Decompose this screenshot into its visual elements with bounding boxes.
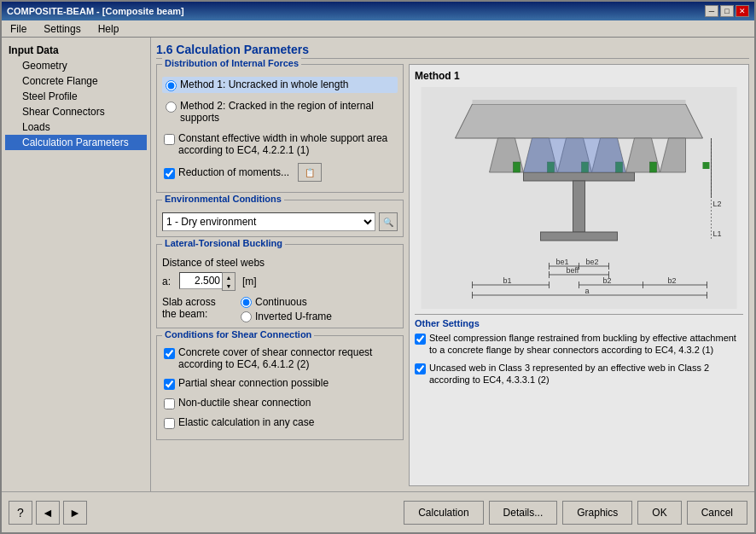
slab-uframe-radio[interactable] (241, 311, 252, 322)
slab-label: Slab across the beam: (162, 296, 230, 320)
menu-bar: File Settings Help (2, 20, 754, 38)
svg-text:b2: b2 (668, 276, 677, 285)
slab-continuous-radio[interactable] (241, 297, 252, 308)
composite-beam-diagram: be1 be2 beff (415, 87, 743, 309)
title-bar: COMPOSITE-BEAM - [Composite beam] ─ □ ✕ (2, 2, 754, 20)
diagram-area: be1 be2 beff (415, 87, 743, 309)
spin-up-button[interactable]: ▲ (223, 273, 235, 282)
constant-width-checkbox[interactable] (164, 134, 175, 145)
reduction-moments-checkbox[interactable] (164, 168, 175, 179)
sidebar: Input Data Geometry Concrete Flange Stee… (2, 38, 151, 491)
svg-rect-16 (650, 162, 657, 172)
shear-cb2-label: Partial shear connection possible (178, 377, 329, 389)
maximize-button[interactable]: □ (720, 5, 734, 17)
sidebar-item-steel-profile[interactable]: Steel Profile (5, 89, 147, 104)
shear-cb2-item: Partial shear connection possible (162, 375, 398, 392)
reduction-moments-checkbox-item: Reduction of moments... 📋 (162, 161, 398, 183)
svg-rect-17 (703, 162, 710, 169)
distance-value-row: a: ▲ ▼ [m] (162, 272, 398, 291)
env-search-button[interactable]: 🔍 (379, 212, 398, 231)
cancel-button[interactable]: Cancel (687, 501, 747, 525)
method1-option[interactable]: Method 1: Uncracked in whole length (162, 77, 398, 93)
shear-cb1-label: Concrete cover of shear connector reques… (178, 346, 396, 370)
footer-left-buttons: ? ◄ ► (9, 501, 87, 525)
details-button[interactable]: Details... (489, 501, 558, 525)
distance-label: Distance of steel webs (162, 257, 265, 269)
method2-radio[interactable] (166, 102, 177, 113)
other-cb1-checkbox[interactable] (415, 334, 426, 345)
menu-help[interactable]: Help (93, 22, 125, 36)
shear-group: Conditions for Shear Connection Concrete… (156, 335, 404, 440)
slab-continuous-option[interactable]: Continuous (241, 296, 332, 308)
left-panel: Distribution of Internal Forces Method 1… (156, 64, 404, 486)
svg-rect-5 (541, 232, 618, 241)
close-button[interactable]: ✕ (736, 5, 749, 17)
shear-cb3-checkbox[interactable] (164, 398, 175, 409)
env-group: Environmental Conditions 1 - Dry environ… (156, 200, 404, 237)
other-cb1-label: Steel compression flange restrained from… (429, 332, 743, 357)
two-column-layout: Distribution of Internal Forces Method 1… (156, 64, 749, 486)
distance-a-label: a: (162, 276, 176, 287)
other-settings-title: Other Settings (415, 314, 743, 328)
minimize-button[interactable]: ─ (705, 5, 718, 17)
shear-title: Conditions for Shear Connection (162, 329, 314, 340)
footer-right-buttons: Calculation Details... Graphics OK Cance… (404, 501, 747, 525)
main-window: COMPOSITE-BEAM - [Composite beam] ─ □ ✕ … (0, 0, 756, 534)
svg-rect-3 (524, 172, 635, 181)
sidebar-group-input-data: Input Data (5, 43, 147, 58)
sidebar-item-calculation-parameters[interactable]: Calculation Parameters (5, 135, 147, 150)
shear-cb4-item: Elastic calculation in any case (162, 415, 398, 431)
shear-cb4-checkbox[interactable] (164, 418, 175, 429)
spin-down-button[interactable]: ▼ (223, 282, 235, 290)
other-cb2-label: Uncased web in Class 3 represented by an… (429, 362, 743, 386)
forward-button[interactable]: ► (63, 501, 87, 525)
menu-settings[interactable]: Settings (38, 22, 85, 36)
svg-marker-18 (524, 138, 626, 172)
shear-cb3-label: Non-ductile shear connection (178, 397, 311, 409)
other-cb1-item: Steel compression flange restrained from… (415, 332, 743, 357)
sidebar-item-loads[interactable]: Loads (5, 119, 147, 135)
diagram-method-label: Method 1 (415, 70, 743, 82)
method1-label: Method 1: Uncracked in whole length (180, 78, 348, 90)
other-cb2-checkbox[interactable] (415, 363, 426, 374)
other-cb2-item: Uncased web in Class 3 represented by an… (415, 362, 743, 386)
reduction-moments-label: Reduction of moments... (178, 166, 289, 178)
distribution-group: Distribution of Internal Forces Method 1… (156, 64, 404, 193)
svg-text:be1: be1 (556, 258, 569, 266)
svg-marker-2 (473, 100, 686, 104)
reduction-moments-info-button[interactable]: 📋 (298, 163, 322, 182)
svg-text:b1: b1 (503, 276, 512, 285)
distance-input-group: ▲ ▼ (179, 272, 236, 291)
slab-options: Continuous Inverted U-frame (241, 296, 332, 322)
unit-label: [m] (242, 276, 257, 287)
graphics-button[interactable]: Graphics (562, 501, 632, 525)
menu-file[interactable]: File (5, 22, 32, 36)
svg-text:be2: be2 (586, 258, 599, 266)
slab-continuous-label: Continuous (255, 296, 307, 308)
section-title: 1.6 Calculation Parameters (156, 43, 749, 59)
back-button[interactable]: ◄ (36, 501, 60, 525)
method2-option[interactable]: Method 2: Cracked in the region of inter… (162, 98, 398, 125)
shear-cb2-checkbox[interactable] (164, 379, 175, 390)
slab-row: Slab across the beam: Continuous Inverte… (162, 296, 398, 322)
ok-button[interactable]: OK (637, 501, 681, 525)
constant-width-checkbox-item: Constant effective width in whole suppor… (162, 131, 398, 158)
help-button[interactable]: ? (9, 501, 32, 525)
env-title: Environmental Conditions (162, 194, 284, 204)
slab-uframe-option[interactable]: Inverted U-frame (241, 311, 332, 322)
sidebar-item-concrete-flange[interactable]: Concrete Flange (5, 73, 147, 89)
content-area: 1.6 Calculation Parameters Distribution … (151, 38, 754, 491)
window-controls: ─ □ ✕ (705, 5, 749, 17)
calculation-button[interactable]: Calculation (404, 501, 483, 525)
distance-input[interactable] (179, 272, 222, 289)
sidebar-item-shear-connectors[interactable]: Shear Connectors (5, 104, 147, 119)
sidebar-item-geometry[interactable]: Geometry (5, 58, 147, 73)
svg-text:beff: beff (567, 266, 579, 275)
method1-radio[interactable] (166, 80, 177, 91)
shear-cb4-label: Elastic calculation in any case (178, 416, 314, 428)
env-select[interactable]: 1 - Dry environment (162, 212, 375, 231)
svg-text:b2: b2 (603, 276, 612, 285)
svg-text:L2: L2 (713, 200, 722, 208)
shear-cb1-checkbox[interactable] (164, 348, 175, 359)
shear-cb1-item: Concrete cover of shear connector reques… (162, 345, 398, 372)
